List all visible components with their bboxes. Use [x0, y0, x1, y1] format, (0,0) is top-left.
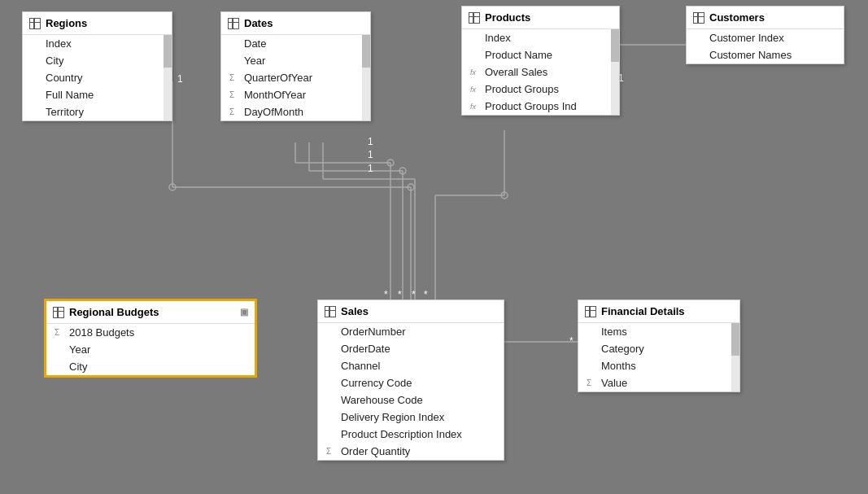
list-item: Index	[23, 35, 172, 52]
list-item: Category	[578, 340, 739, 357]
list-item: OrderDate	[318, 340, 504, 357]
list-item: Items	[578, 323, 739, 340]
list-item: City	[46, 358, 255, 375]
list-item: Product Name	[462, 46, 619, 63]
dates-body: Date Year QuarterOfYear MonthOfYear DayO…	[221, 35, 370, 120]
customers-table: Customers Customer Index Customer Names	[686, 6, 844, 64]
func-icon	[470, 85, 482, 94]
cardinality-dates-1b: 1	[368, 149, 373, 160]
svg-point-20	[399, 168, 406, 174]
list-item: Country	[23, 69, 172, 86]
products-header: Products	[462, 7, 619, 29]
dates-header: Dates	[221, 12, 370, 35]
svg-point-19	[387, 160, 394, 166]
list-item: Product Groups	[462, 81, 619, 98]
list-item: MonthOfYear	[221, 86, 370, 103]
list-item: Full Name	[23, 86, 172, 103]
cardinality-dates-1a: 1	[368, 136, 373, 147]
table-icon	[693, 12, 704, 24]
sigma-icon	[229, 107, 241, 116]
sigma-icon	[55, 328, 66, 337]
list-item: Currency Code	[318, 374, 504, 391]
customers-header: Customers	[687, 7, 844, 29]
list-item: 2018 Budgets	[46, 324, 255, 341]
svg-point-21	[501, 192, 508, 199]
table-icon	[29, 18, 41, 29]
func-icon	[470, 102, 482, 111]
list-item: Year	[221, 52, 370, 69]
regional-budgets-table: Regional Budgets ▣ 2018 Budgets Year Cit…	[45, 299, 256, 377]
products-body: Index Product Name Overall Sales Product…	[462, 29, 619, 115]
list-item: Months	[578, 357, 739, 374]
list-item: Date	[221, 35, 370, 52]
cardinality-financial-star: *	[569, 335, 574, 347]
list-item: DayOfMonth	[221, 103, 370, 120]
table-icon	[325, 306, 336, 317]
financial-details-header: Financial Details	[578, 300, 739, 323]
list-item: Value	[578, 374, 739, 391]
table-icon	[53, 307, 64, 318]
sigma-icon	[587, 378, 598, 387]
list-item: Channel	[318, 357, 504, 374]
list-item: Product Description Index	[318, 426, 504, 443]
svg-point-17	[169, 184, 176, 190]
dates-title: Dates	[244, 17, 273, 29]
products-title: Products	[485, 11, 530, 24]
regional-budgets-expand-icon[interactable]: ▣	[240, 307, 248, 317]
financial-details-table: Financial Details Items Category Months …	[578, 299, 740, 392]
regions-table: Regions Index City Country Full Name Ter…	[22, 11, 172, 121]
cardinality-regions-1: 1	[177, 73, 183, 85]
list-item: Customer Index	[687, 29, 844, 46]
sigma-icon	[229, 73, 241, 82]
list-item: Overall Sales	[462, 63, 619, 81]
list-item: OrderNumber	[318, 323, 504, 340]
regional-budgets-title: Regional Budgets	[69, 306, 159, 318]
table-icon	[585, 306, 596, 317]
customers-title: Customers	[709, 11, 765, 24]
regions-header: Regions	[23, 12, 172, 35]
list-item: City	[23, 52, 172, 69]
products-table: Products Index Product Name Overall Sale…	[461, 6, 620, 116]
cardinality-sales-star3: *	[412, 289, 416, 300]
cardinality-sales-star4: *	[424, 289, 428, 300]
financial-details-body: Items Category Months Value	[578, 323, 739, 391]
sigma-icon	[326, 447, 338, 456]
regions-body: Index City Country Full Name Territory	[23, 35, 172, 120]
list-item: Order Quantity	[318, 443, 504, 460]
func-icon	[470, 68, 482, 77]
list-item: Territory	[23, 103, 172, 120]
sales-body: OrderNumber OrderDate Channel Currency C…	[318, 323, 504, 460]
list-item: Customer Names	[687, 46, 844, 63]
list-item: Index	[462, 29, 619, 46]
dates-table: Dates Date Year QuarterOfYear MonthOfYea…	[220, 11, 371, 121]
list-item: Product Groups Ind	[462, 98, 619, 115]
cardinality-dates-1c: 1	[368, 163, 373, 174]
regional-budgets-header: Regional Budgets ▣	[46, 301, 255, 324]
sales-header: Sales	[318, 300, 504, 323]
list-item: QuarterOfYear	[221, 69, 370, 86]
sigma-icon	[229, 90, 241, 99]
list-item: Delivery Region Index	[318, 409, 504, 426]
table-icon	[469, 12, 480, 24]
list-item: Warehouse Code	[318, 391, 504, 409]
regional-budgets-body: 2018 Budgets Year City	[46, 324, 255, 375]
svg-point-18	[408, 184, 414, 190]
list-item: Year	[46, 341, 255, 358]
sales-table: Sales OrderNumber OrderDate Channel Curr…	[317, 299, 504, 461]
table-icon	[228, 18, 239, 29]
customers-body: Customer Index Customer Names	[687, 29, 844, 63]
financial-details-title: Financial Details	[601, 305, 685, 317]
cardinality-sales-star2: *	[398, 289, 402, 300]
regions-title: Regions	[46, 17, 87, 29]
sales-title: Sales	[341, 305, 369, 317]
cardinality-sales-star1: *	[384, 289, 388, 300]
